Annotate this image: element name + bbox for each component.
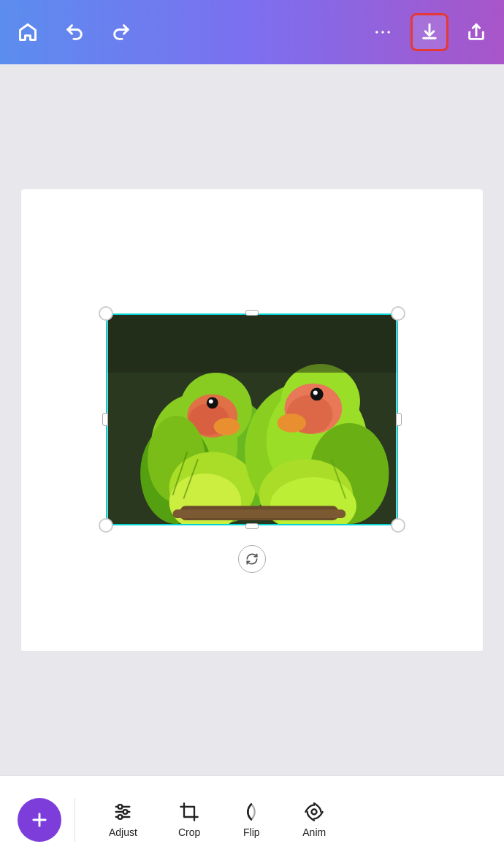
svg-rect-28	[173, 509, 346, 518]
top-toolbar	[0, 0, 504, 64]
toolbar-divider	[75, 798, 75, 842]
handle-corner-tr[interactable]	[391, 306, 405, 321]
svg-point-11	[209, 399, 213, 403]
image-selection-container[interactable]	[106, 313, 398, 525]
handle-edge-left[interactable]	[102, 413, 108, 426]
toolbar-left	[15, 19, 134, 45]
share-button[interactable]	[463, 19, 489, 45]
anim-label: Anim	[302, 826, 326, 838]
handle-corner-br[interactable]	[391, 518, 405, 533]
svg-point-39	[123, 810, 128, 814]
flip-tool[interactable]: Flip	[221, 802, 282, 838]
svg-point-1	[381, 31, 384, 34]
rotate-handle[interactable]	[238, 545, 266, 573]
flip-icon	[241, 802, 261, 822]
handle-edge-bottom[interactable]	[245, 523, 259, 529]
adjust-tool[interactable]: Adjust	[88, 802, 158, 838]
handle-corner-tl[interactable]	[99, 306, 113, 321]
svg-point-9	[214, 418, 240, 436]
adjust-label: Adjust	[109, 826, 137, 838]
handle-edge-top[interactable]	[245, 310, 259, 316]
toolbar-right	[370, 13, 489, 51]
svg-point-38	[118, 805, 123, 809]
svg-point-41	[312, 809, 317, 814]
download-button[interactable]	[411, 13, 448, 51]
svg-point-23	[313, 390, 318, 395]
flip-label: Flip	[243, 826, 260, 838]
home-button[interactable]	[15, 19, 41, 45]
image-frame	[106, 313, 398, 525]
svg-rect-29	[108, 315, 396, 373]
parrot-image	[107, 315, 397, 524]
more-options-button[interactable]	[370, 19, 396, 45]
adjust-icon	[112, 802, 133, 822]
svg-point-0	[375, 31, 378, 34]
svg-point-2	[387, 31, 390, 34]
handle-edge-right[interactable]	[396, 413, 402, 426]
anim-tool[interactable]: Anim	[282, 802, 326, 838]
svg-point-21	[278, 414, 306, 433]
crop-tool[interactable]: Crop	[158, 802, 221, 838]
crop-label: Crop	[178, 826, 200, 838]
anim-icon	[304, 802, 324, 822]
handle-corner-bl[interactable]	[99, 518, 113, 533]
canvas-area	[0, 64, 504, 775]
bottom-toolbar: Adjust Crop Flip	[0, 775, 504, 863]
tools-row: Adjust Crop Flip	[88, 802, 504, 838]
add-button[interactable]	[18, 798, 61, 842]
redo-button[interactable]	[108, 19, 134, 45]
canvas-card	[21, 189, 483, 651]
svg-point-40	[118, 815, 123, 819]
undo-button[interactable]	[61, 19, 88, 45]
crop-icon	[179, 802, 199, 822]
